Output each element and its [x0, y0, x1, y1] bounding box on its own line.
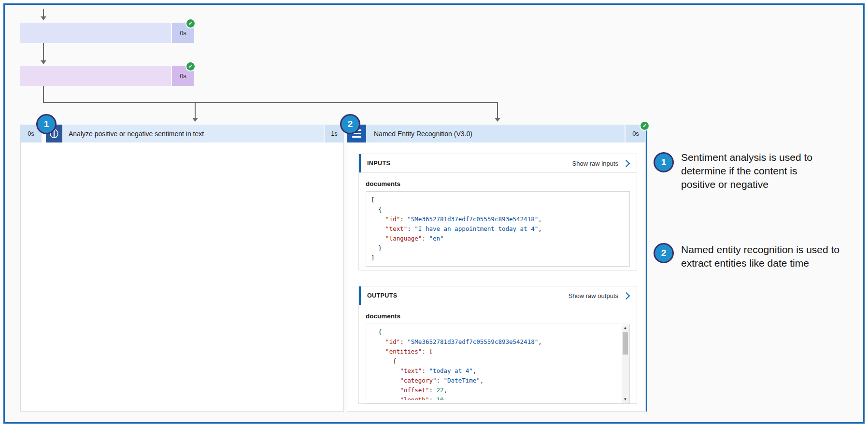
connector-line — [43, 86, 44, 103]
success-check-icon: ✓ — [640, 121, 650, 131]
success-check-icon: ✓ — [185, 18, 196, 28]
arrow-down-icon — [495, 118, 500, 122]
outputs-section-header: OUTPUTS Show raw outputs — [359, 286, 637, 305]
inputs-section: INPUTS Show raw inputs documents [ { "id… — [358, 154, 637, 270]
show-raw-outputs-label: Show raw outputs — [569, 292, 618, 299]
callout-marker-2: 2 — [340, 114, 360, 134]
success-check-icon: ✓ — [185, 61, 196, 71]
sentiment-card-header[interactable]: 0s Analyze positive or negative sentimen… — [20, 125, 344, 142]
annotation-1-text: Sentiment analysis is used to determine … — [681, 151, 832, 191]
annotation-1-badge: 1 — [654, 152, 674, 172]
ner-card-header[interactable]: Named Entity Recognition (V3.0) 0s — [347, 125, 646, 142]
sentiment-card: 0s Analyze positive or negative sentimen… — [20, 125, 344, 412]
flow-step-2[interactable]: 0s ✓ — [20, 66, 194, 86]
sentiment-card-title: Analyze positive or negative sentiment i… — [62, 125, 324, 142]
connector-line — [43, 43, 44, 61]
outputs-title: OUTPUTS — [367, 292, 398, 299]
annotation-2-badge: 2 — [654, 243, 674, 263]
arrow-down-icon — [41, 60, 46, 64]
connector-line — [43, 102, 498, 103]
chevron-right-icon — [623, 292, 630, 299]
flow-step-1-label — [20, 23, 171, 43]
sentiment-card-body — [20, 142, 344, 412]
outputs-code-box: { "id": "SMe3652781d37edf7c05559c893e542… — [366, 324, 630, 404]
inputs-documents-label: documents — [366, 180, 630, 187]
scroll-up-icon[interactable]: ▲ — [622, 325, 629, 331]
connector-line — [43, 9, 44, 17]
outputs-section: OUTPUTS Show raw outputs documents { "id… — [358, 286, 637, 404]
screenshot-canvas: 0s ✓ 0s ✓ 0s Analyze positive or negativ… — [0, 0, 868, 427]
annotation-2-text: Named entity recognition is used to extr… — [681, 243, 845, 270]
callout-marker-1: 1 — [36, 114, 57, 134]
ner-card: Named Entity Recognition (V3.0) 0s ✓ INP… — [347, 125, 647, 412]
inputs-title: INPUTS — [367, 160, 390, 167]
arrow-down-icon — [192, 118, 198, 122]
outputs-documents-label: documents — [366, 313, 630, 320]
ner-card-title: Named Entity Recognition (V3.0) — [366, 125, 625, 142]
inputs-section-header: INPUTS Show raw inputs — [359, 154, 637, 173]
vertical-scrollbar[interactable]: ▲ ▼ — [622, 325, 629, 403]
flow-step-1[interactable]: 0s ✓ — [20, 23, 194, 43]
inputs-json: [ { "id": "SMe3652781d37edf7c05559c893e5… — [371, 195, 625, 263]
connector-line — [195, 102, 196, 118]
flow-step-2-label — [20, 66, 171, 86]
show-raw-inputs-label: Show raw inputs — [572, 160, 618, 167]
show-raw-inputs-link[interactable]: Show raw inputs — [572, 160, 630, 167]
show-raw-outputs-link[interactable]: Show raw outputs — [569, 292, 630, 299]
scroll-down-icon[interactable]: ▼ — [622, 396, 629, 403]
arrow-down-icon — [41, 16, 46, 20]
scrollbar-thumb[interactable] — [623, 332, 628, 355]
outputs-json: { "id": "SMe3652781d37edf7c05559c893e542… — [371, 327, 616, 400]
inputs-code-box: [ { "id": "SMe3652781d37edf7c05559c893e5… — [366, 191, 630, 267]
chevron-right-icon — [623, 159, 630, 167]
connector-line — [497, 102, 498, 118]
